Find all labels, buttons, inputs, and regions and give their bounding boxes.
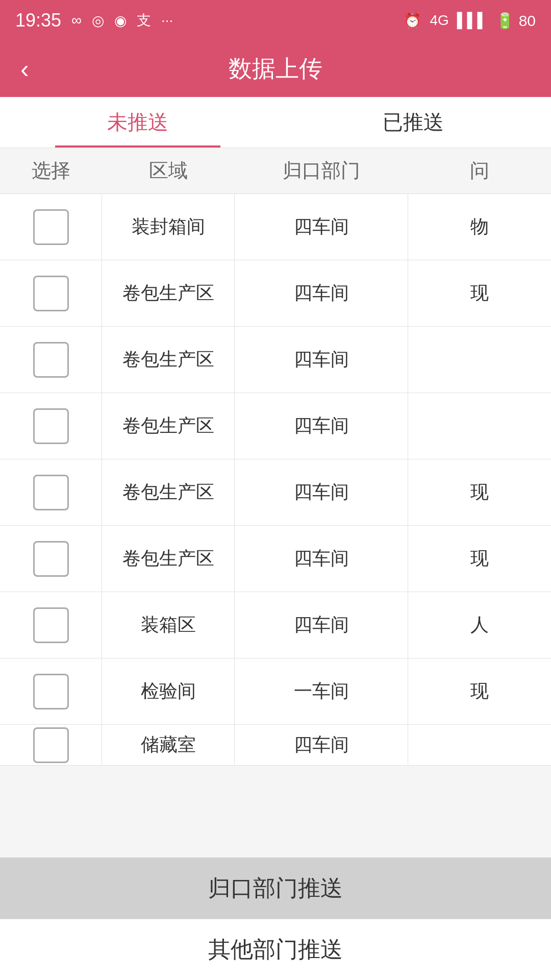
status-icon-more: ··· xyxy=(161,12,173,29)
cell-issue-3 xyxy=(408,327,551,393)
table-row: 装箱区 四车间 人 xyxy=(0,592,551,658)
cell-issue-4 xyxy=(408,393,551,459)
dept-text-3: 四车间 xyxy=(294,347,349,372)
status-right: ⏰ 4G ▌▌▌ 🔋 80 xyxy=(404,12,536,30)
dept-text-9: 四车间 xyxy=(294,732,349,757)
cell-area-4: 卷包生产区 xyxy=(102,393,235,459)
cell-checkbox-3 xyxy=(0,327,102,393)
dept-text-8: 一车间 xyxy=(294,679,349,704)
table-row: 储藏室 四车间 xyxy=(0,725,551,766)
table-row: 卷包生产区 四车间 xyxy=(0,327,551,393)
issue-text-2: 现 xyxy=(470,281,489,306)
issue-text-8: 现 xyxy=(470,679,489,704)
status-icon-signal-bars: ▌▌▌ xyxy=(457,12,488,29)
cell-area-6: 卷包生产区 xyxy=(102,526,235,592)
checkbox-2[interactable] xyxy=(33,276,69,311)
status-icon-infinity: ∞ xyxy=(71,12,82,29)
back-button[interactable]: ‹ xyxy=(20,56,29,82)
area-text-3: 卷包生产区 xyxy=(122,347,214,372)
table-row: 卷包生产区 四车间 现 xyxy=(0,260,551,327)
cell-dept-5: 四车间 xyxy=(235,459,408,525)
issue-text-1: 物 xyxy=(470,214,489,239)
area-text-4: 卷包生产区 xyxy=(122,413,214,438)
table-row: 卷包生产区 四车间 现 xyxy=(0,526,551,592)
cell-area-2: 卷包生产区 xyxy=(102,260,235,326)
issue-text-6: 现 xyxy=(470,546,489,571)
area-text-7: 装箱区 xyxy=(141,612,196,638)
cell-checkbox-9 xyxy=(0,725,102,765)
cell-dept-8: 一车间 xyxy=(235,658,408,724)
table-container: 装封箱间 四车间 物 卷包生产区 四车间 现 xyxy=(0,194,551,766)
cell-area-1: 装封箱间 xyxy=(102,194,235,260)
cell-area-7: 装箱区 xyxy=(102,592,235,658)
secondary-send-button[interactable]: 其他部门推送 xyxy=(0,919,551,980)
page-title: 数据上传 xyxy=(229,53,322,85)
cell-issue-5: 现 xyxy=(408,459,551,525)
cell-checkbox-6 xyxy=(0,526,102,592)
issue-text-7: 人 xyxy=(470,612,489,638)
cell-dept-4: 四车间 xyxy=(235,393,408,459)
cell-dept-9: 四车间 xyxy=(235,725,408,765)
primary-send-button[interactable]: 归口部门推送 xyxy=(0,857,551,919)
status-icon-weibo: ◎ xyxy=(92,12,104,29)
cell-issue-6: 现 xyxy=(408,526,551,592)
cell-dept-7: 四车间 xyxy=(235,592,408,658)
tab-sent[interactable]: 已推送 xyxy=(276,97,551,148)
checkbox-5[interactable] xyxy=(33,475,69,510)
cell-area-8: 检验间 xyxy=(102,658,235,724)
status-icon-weibo2: ◉ xyxy=(114,12,127,29)
status-left: 19:35 ∞ ◎ ◉ 支 ··· xyxy=(15,10,173,31)
cell-issue-1: 物 xyxy=(408,194,551,260)
checkbox-1[interactable] xyxy=(33,209,69,245)
cell-area-3: 卷包生产区 xyxy=(102,327,235,393)
area-text-5: 卷包生产区 xyxy=(122,480,214,505)
cell-checkbox-7 xyxy=(0,592,102,658)
cell-issue-8: 现 xyxy=(408,658,551,724)
cell-dept-6: 四车间 xyxy=(235,526,408,592)
table-body: 装封箱间 四车间 物 卷包生产区 四车间 现 xyxy=(0,194,551,766)
checkbox-4[interactable] xyxy=(33,408,69,444)
cell-dept-1: 四车间 xyxy=(235,194,408,260)
area-text-9: 储藏室 xyxy=(141,732,196,757)
app-header: ‹ 数据上传 xyxy=(0,41,551,97)
status-battery: 🔋 80 xyxy=(495,12,536,30)
table-row: 装封箱间 四车间 物 xyxy=(0,194,551,260)
cell-checkbox-8 xyxy=(0,658,102,724)
header-issue: 问 xyxy=(408,158,551,184)
area-text-8: 检验间 xyxy=(141,679,196,704)
area-text-6: 卷包生产区 xyxy=(122,546,214,571)
checkbox-9[interactable] xyxy=(33,727,69,763)
cell-checkbox-4 xyxy=(0,393,102,459)
issue-text-5: 现 xyxy=(470,480,489,505)
cell-issue-9 xyxy=(408,725,551,765)
cell-area-5: 卷包生产区 xyxy=(102,459,235,525)
table-row: 卷包生产区 四车间 现 xyxy=(0,459,551,526)
status-icon-alarm: ⏰ xyxy=(404,12,421,29)
dept-text-7: 四车间 xyxy=(294,612,349,638)
dept-text-1: 四车间 xyxy=(294,214,349,239)
cell-dept-2: 四车间 xyxy=(235,260,408,326)
dept-text-5: 四车间 xyxy=(294,480,349,505)
checkbox-3[interactable] xyxy=(33,342,69,378)
status-time: 19:35 xyxy=(15,10,61,31)
dept-text-2: 四车间 xyxy=(294,281,349,306)
checkbox-7[interactable] xyxy=(33,607,69,643)
status-icon-signal: 4G xyxy=(430,12,448,29)
table-row: 卷包生产区 四车间 xyxy=(0,393,551,459)
checkbox-6[interactable] xyxy=(33,541,69,577)
header-area: 区域 xyxy=(102,158,235,184)
cell-checkbox-2 xyxy=(0,260,102,326)
header-select: 选择 xyxy=(0,158,102,184)
area-text-1: 装封箱间 xyxy=(132,214,205,239)
dept-text-6: 四车间 xyxy=(294,546,349,571)
cell-checkbox-1 xyxy=(0,194,102,260)
tab-unsent[interactable]: 未推送 xyxy=(0,97,276,148)
cell-checkbox-5 xyxy=(0,459,102,525)
table-row: 检验间 一车间 现 xyxy=(0,658,551,725)
status-bar: 19:35 ∞ ◎ ◉ 支 ··· ⏰ 4G ▌▌▌ 🔋 80 xyxy=(0,0,551,41)
cell-issue-2: 现 xyxy=(408,260,551,326)
dept-text-4: 四车间 xyxy=(294,413,349,438)
cell-area-9: 储藏室 xyxy=(102,725,235,765)
cell-issue-7: 人 xyxy=(408,592,551,658)
checkbox-8[interactable] xyxy=(33,674,69,709)
